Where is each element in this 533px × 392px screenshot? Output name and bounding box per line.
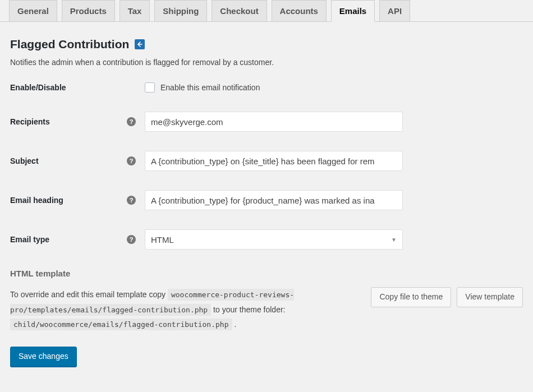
email-heading-label: Email heading — [10, 196, 63, 205]
tab-api[interactable]: API — [379, 0, 410, 21]
page-title: Flagged Contribution — [10, 38, 523, 51]
help-icon[interactable]: ? — [127, 156, 136, 165]
enable-label: Enable/Disable — [10, 83, 66, 92]
email-type-label: Email type — [10, 235, 49, 244]
save-changes-button[interactable]: Save changes — [10, 347, 77, 367]
email-type-select[interactable]: HTML ▼ — [145, 229, 403, 250]
tab-bar: General Products Tax Shipping Checkout A… — [0, 0, 533, 22]
help-icon[interactable]: ? — [127, 235, 136, 244]
email-type-value: HTML — [151, 235, 174, 245]
back-icon[interactable] — [135, 39, 145, 49]
view-template-button[interactable]: View template — [457, 287, 523, 307]
enable-checkbox-label: Enable this email notification — [160, 83, 260, 92]
enable-checkbox[interactable] — [145, 82, 155, 93]
tab-products[interactable]: Products — [62, 0, 115, 21]
template-heading: HTML template — [10, 269, 523, 278]
tab-checkout[interactable]: Checkout — [212, 0, 266, 21]
help-icon[interactable]: ? — [127, 117, 136, 126]
code-dest-path: child/woocommerce/emails/flagged-contrib… — [10, 319, 232, 330]
tab-tax[interactable]: Tax — [120, 0, 150, 21]
tab-general[interactable]: General — [9, 0, 57, 21]
template-override-text: To override and edit this email template… — [10, 287, 358, 332]
tab-shipping[interactable]: Shipping — [154, 0, 207, 21]
tab-accounts[interactable]: Accounts — [272, 0, 327, 21]
help-icon[interactable]: ? — [127, 196, 136, 205]
copy-file-button[interactable]: Copy file to theme — [371, 287, 451, 307]
page-title-text: Flagged Contribution — [10, 38, 129, 51]
recipients-input[interactable] — [145, 112, 403, 132]
recipients-label: Recipients — [10, 117, 50, 126]
subject-label: Subject — [10, 156, 39, 165]
page-description: Notifies the admin when a contribution i… — [10, 58, 523, 67]
subject-input[interactable] — [145, 151, 403, 171]
email-heading-input[interactable] — [145, 190, 403, 210]
tab-emails[interactable]: Emails — [331, 0, 375, 22]
chevron-down-icon: ▼ — [391, 237, 397, 243]
